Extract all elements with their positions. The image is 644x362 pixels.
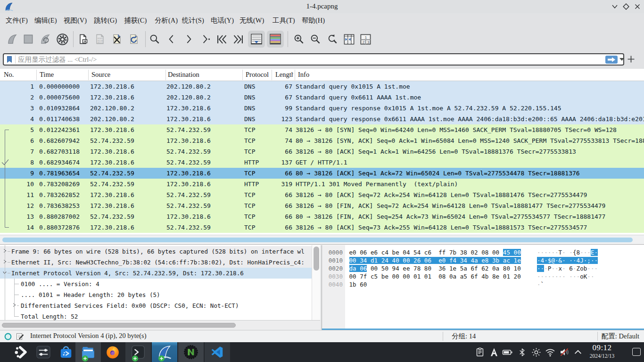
battery-icon[interactable] — [502, 346, 513, 358]
hex-row-0010[interactable]: 001000 34 d1 24 40 00 26 06 e0 f4 34 4a … — [322, 256, 644, 264]
column-header-source[interactable]: Source — [91, 71, 110, 79]
column-header-info[interactable]: Info — [298, 71, 309, 79]
details-hscrollbar[interactable] — [0, 320, 320, 330]
hex-row-0020[interactable]: 0020da 06 00 50 94 ee 78 80 36 1e 5a 6f … — [322, 264, 644, 272]
maximize-button[interactable] — [623, 3, 629, 10]
packet-row-14[interactable]: 140.880372876172.30.218.652.74.232.59TCP… — [0, 222, 644, 233]
details-hscrollbar-handle[interactable] — [2, 323, 236, 328]
menu-item-9[interactable]: 无线(W) — [239, 16, 264, 25]
packet-row-8[interactable]: 80.682934674172.30.218.652.74.232.59HTTP… — [0, 157, 644, 168]
display-filter-input[interactable]: 应用显示过滤器 ... <Ctrl-/> — [3, 53, 624, 66]
bookmark-icon[interactable] — [6, 56, 13, 63]
menu-item-8[interactable]: 电话(Y) — [211, 16, 234, 25]
taskbar-app-file-manager[interactable] — [75, 342, 101, 362]
taskbar-app-multitasking[interactable] — [31, 342, 56, 362]
minimize-button[interactable] — [611, 3, 618, 10]
column-divider[interactable] — [272, 70, 272, 80]
column-header-destination[interactable]: Destination — [168, 71, 199, 79]
column-header-time[interactable]: Time — [40, 71, 54, 79]
taskbar-app-firefox[interactable] — [100, 342, 125, 362]
taskbar-app-wireshark[interactable] — [152, 342, 177, 362]
packet-list-header[interactable]: No.TimeSourceDestinationProtocolLengthIn… — [0, 69, 644, 81]
taskbar-app-terminal[interactable] — [125, 342, 151, 362]
packet-row-10[interactable]: 100.78320826952.74.232.59172.30.218.6HTT… — [0, 179, 644, 189]
open-file-icon[interactable] — [74, 31, 91, 48]
packet-row-2[interactable]: 20.000075600172.30.218.6202.120.80.2DNS6… — [0, 92, 644, 103]
taskbar-clock[interactable]: 09:12 2024/12/13 — [586, 343, 619, 359]
capture-restart-icon[interactable] — [37, 31, 54, 48]
taskbar-app-launcher[interactable] — [8, 342, 33, 362]
taskbar-app-app-store[interactable] — [53, 342, 79, 362]
capture-options-icon[interactable] — [54, 31, 71, 48]
auto-scroll-icon[interactable] — [248, 31, 265, 48]
menu-item-4[interactable]: 跳转(G) — [94, 16, 117, 25]
save-file-icon[interactable]: 010101100111 — [91, 31, 108, 48]
titlebar[interactable]: 1-4.pcapng — [0, 0, 644, 13]
detail-row-3[interactable]: 0100 .... = Version: 4 — [0, 279, 312, 289]
menu-item-2[interactable]: 编辑(E) — [34, 16, 57, 25]
packet-row-9[interactable]: 90.78196365452.74.232.59172.30.218.6TCP6… — [0, 168, 644, 179]
last-packet-icon[interactable] — [230, 31, 247, 48]
capture-stop-icon[interactable] — [20, 31, 37, 48]
zoom-out-icon[interactable] — [307, 31, 324, 48]
clipboard-icon[interactable] — [474, 346, 486, 358]
menu-item-5[interactable]: 捕获(C) — [124, 16, 147, 25]
zoom-in-icon[interactable] — [290, 31, 307, 48]
brightness-icon[interactable] — [530, 346, 542, 358]
packet-row-1[interactable]: 10.000000000172.30.218.6202.120.80.2DNS6… — [0, 81, 644, 92]
status-profile[interactable]: 配置: Default — [602, 332, 639, 341]
menu-item-11[interactable]: 帮助(H) — [302, 16, 325, 25]
input-method-icon[interactable] — [488, 346, 500, 358]
menu-item-10[interactable]: 工具(T) — [272, 16, 295, 25]
detail-row-0[interactable]: Frame 9: 66 bytes on wire (528 bits), 66… — [0, 246, 312, 257]
volume-muted-icon[interactable] — [559, 346, 570, 358]
detail-row-2[interactable]: Internet Protocol Version 4, Src: 52.74.… — [0, 268, 312, 279]
menu-item-6[interactable]: 分析(A) — [155, 16, 178, 25]
detail-row-1[interactable]: Ethernet II, Src: NewH3CTechno_7b:38:02 … — [0, 257, 312, 268]
menu-item-1[interactable]: 文件(F) — [6, 16, 28, 25]
apply-arrow-icon[interactable] — [605, 56, 618, 64]
chevron-up-icon[interactable] — [572, 346, 584, 358]
packet-list-hscrollbar[interactable] — [0, 235, 644, 244]
colorize-icon[interactable] — [267, 31, 284, 48]
packet-row-3[interactable]: 30.010932864202.120.80.2172.30.218.6DNS9… — [0, 103, 644, 114]
wifi-icon[interactable] — [545, 346, 556, 358]
column-header-protocol[interactable]: Protocol — [246, 71, 269, 79]
packet-row-12[interactable]: 120.783638253172.30.218.652.74.232.59TCP… — [0, 200, 644, 211]
menu-item-3[interactable]: 视图(V) — [64, 16, 87, 25]
go-to-packet-icon[interactable] — [197, 31, 214, 48]
hex-row-0030[interactable]: 003000 7f c5 be 00 00 01 01 08 0a a5 6f … — [322, 272, 644, 280]
first-packet-icon[interactable] — [213, 31, 230, 48]
details-vscrollbar-handle[interactable] — [314, 247, 319, 271]
show-desktop-button[interactable] — [632, 348, 641, 356]
expert-info-icon[interactable] — [4, 333, 12, 340]
hex-row-0000[interactable]: 0000e0 06 e6 c4 be 04 54 c6 ff 7b 38 02 … — [322, 248, 644, 256]
packet-list-hscrollbar-handle[interactable] — [2, 238, 633, 242]
column-divider[interactable] — [165, 70, 166, 80]
packet-row-13[interactable]: 130.88028700252.74.232.59172.30.218.6TCP… — [0, 211, 644, 222]
detail-row-5[interactable]: Differentiated Services Field: 0x00 (DSC… — [0, 300, 312, 311]
packet-row-11[interactable]: 110.783262852172.30.218.652.74.232.59TCP… — [0, 189, 644, 200]
resize-columns-icon[interactable] — [340, 31, 357, 48]
filter-dropdown-caret[interactable] — [619, 58, 624, 61]
packet-row-6[interactable]: 60.68260794252.74.232.59172.30.218.6TCP7… — [0, 135, 644, 146]
go-back-icon[interactable] — [163, 31, 180, 48]
hex-row-0040[interactable]: 00401b 60 ·` — [322, 280, 644, 288]
capture-start-icon[interactable] — [4, 31, 21, 48]
packet-row-5[interactable]: 50.012242361172.30.218.652.74.232.59TCP7… — [0, 124, 644, 135]
go-forward-icon[interactable] — [180, 31, 197, 48]
packet-row-4[interactable]: 40.011740638202.120.80.2172.30.218.6DNS1… — [0, 114, 644, 124]
menu-item-7[interactable]: 统计(S) — [182, 16, 204, 25]
find-packet-icon[interactable] — [146, 31, 163, 48]
close-file-icon[interactable]: 501011 — [108, 31, 125, 48]
packet-row-7[interactable]: 70.682703118172.30.218.652.74.232.59TCP6… — [0, 146, 644, 157]
reload-file-icon[interactable]: 101011 — [125, 31, 142, 48]
detail-row-4[interactable]: .... 0101 = Header Length: 20 bytes (5) — [0, 289, 312, 300]
bluetooth-icon[interactable] — [516, 346, 528, 358]
layout-123-icon[interactable]: 123 — [357, 31, 374, 48]
column-divider[interactable] — [36, 70, 37, 80]
taskbar-app-vscode[interactable] — [205, 342, 230, 362]
zoom-reset-icon[interactable] — [324, 31, 341, 48]
column-divider[interactable] — [88, 70, 89, 80]
edit-capture-comment-icon[interactable] — [16, 332, 24, 340]
